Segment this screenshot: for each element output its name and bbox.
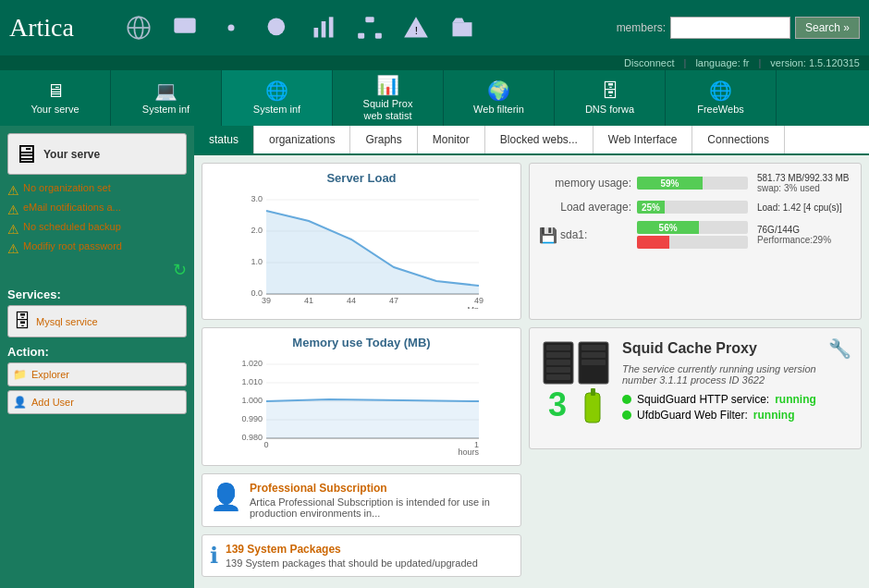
web-filter-nav-label: Web filterin <box>473 104 524 116</box>
squid-header: 3 Squid Cache Proxy 🔧 <box>539 337 851 439</box>
refresh-button[interactable]: ↻ <box>7 260 187 280</box>
logo: Artica <box>9 13 102 43</box>
tab-connections[interactable]: Connections <box>692 126 785 153</box>
alert-icon[interactable]: ! <box>398 9 434 46</box>
server-box-label: Your serve <box>43 148 100 161</box>
tab-organizations[interactable]: organizations <box>254 126 350 153</box>
disconnect-link[interactable]: Disconnect <box>624 57 674 68</box>
network-icon[interactable] <box>351 9 388 46</box>
email-link[interactable]: eMail notifications a... <box>23 202 121 213</box>
freewebs-nav-icon: 🌐 <box>709 80 732 102</box>
bottom-left: Memory use Today (MB) 1.020 1.010 1.000 … <box>202 327 521 577</box>
mysql-link[interactable]: Mysql service <box>36 316 98 327</box>
squid-panel: 3 Squid Cache Proxy 🔧 <box>529 327 862 449</box>
svg-text:0.980: 0.980 <box>241 433 263 442</box>
svg-text:!: ! <box>415 24 418 36</box>
alert-icon-3: ⚠ <box>7 222 19 237</box>
tab-monitor[interactable]: Monitor <box>418 126 485 153</box>
version-link[interactable]: version: 1.5.120315 <box>770 57 860 68</box>
system-nav-icon: 💻 <box>154 80 177 102</box>
svg-text:1.010: 1.010 <box>241 377 263 386</box>
svg-rect-10 <box>314 28 319 38</box>
load-row: Load average: 25% Load: 1.42 [4 cpu(s)] <box>539 201 851 214</box>
squidguard-label: SquidGuard HTTP service: <box>637 393 769 406</box>
disk-icon: 💾 <box>539 227 557 244</box>
tab-graphs[interactable]: Graphs <box>350 126 417 153</box>
system-nav-label: System inf <box>142 104 190 116</box>
no-org-link[interactable]: No organization set <box>23 182 111 193</box>
ufdbguard-status: running <box>753 409 795 422</box>
squid-title: Squid Cache Proxy <box>622 340 757 357</box>
alert-icon-2: ⚠ <box>7 202 19 217</box>
search-input[interactable] <box>670 17 790 39</box>
packages-title[interactable]: 139 System Packages <box>226 543 341 556</box>
memory-detail: 581.73 MB/992.33 MB swap: 3% used <box>757 173 850 193</box>
services-title: Services: <box>7 288 187 301</box>
subtopbar: Disconnect | language: fr | version: 1.5… <box>0 55 869 70</box>
folder-icon[interactable] <box>444 9 481 46</box>
professional-text: Artica Professional Subscription is inte… <box>250 496 513 519</box>
root-link[interactable]: Modifiy root password <box>23 240 122 251</box>
svg-marker-49 <box>266 399 479 438</box>
tabs-row: status organizations Graphs Monitor Bloc… <box>194 126 869 155</box>
globe-icon[interactable] <box>120 9 157 46</box>
svg-rect-57 <box>546 367 570 373</box>
professional-title[interactable]: Professional Subscription <box>250 482 387 495</box>
mysql-service-box[interactable]: 🗄 Mysql service <box>7 305 187 337</box>
svg-text:44: 44 <box>347 296 356 305</box>
ufdbguard-label: UfdbGuard Web Filter: <box>637 409 748 422</box>
squid-nav-label: Squid Proxweb statist <box>363 98 413 122</box>
professional-content: Professional Subscription Artica Profess… <box>250 482 513 519</box>
packages-content: 139 System Packages 139 System packages … <box>226 543 478 569</box>
nav-freewebs[interactable]: 🌐 FreeWebs <box>666 70 777 126</box>
chart-icon[interactable] <box>305 9 342 46</box>
nav-dns[interactable]: 🗄 DNS forwa <box>555 70 666 126</box>
nav-system-info[interactable]: 💻 System inf <box>111 70 222 126</box>
disk-perf: Performance:29% <box>757 235 831 245</box>
swap-detail: swap: 3% used <box>757 183 850 193</box>
squid-image: 3 <box>539 337 613 439</box>
tab-web-interface[interactable]: Web Interface <box>594 126 692 153</box>
explorer-box[interactable]: 📁 Explorer <box>7 362 187 386</box>
svg-text:1.000: 1.000 <box>241 396 263 405</box>
svg-line-18 <box>370 28 378 33</box>
explorer-icon: 📁 <box>13 368 27 381</box>
packages-card: ℹ 139 System Packages 139 System package… <box>202 534 521 577</box>
svg-point-7 <box>268 18 286 36</box>
nav-squid[interactable]: 📊 Squid Proxweb statist <box>333 70 444 126</box>
sidebar: 🖥 Your serve ⚠ No organization set ⚠ eMa… <box>0 126 194 588</box>
nav-your-server[interactable]: 🖥 Your serve <box>0 70 111 126</box>
disk-label: sda1: <box>560 228 587 241</box>
svg-point-6 <box>228 25 235 31</box>
add-user-box[interactable]: 👤 Add User <box>7 390 187 414</box>
svg-rect-54 <box>546 345 570 350</box>
dns-nav-label: DNS forwa <box>585 104 634 116</box>
add-user-link[interactable]: Add User <box>31 397 74 408</box>
tab-blocked-webs[interactable]: Blocked webs... <box>485 126 594 153</box>
search-button[interactable]: Search » <box>795 17 860 39</box>
nav-web-filter[interactable]: 🌍 Web filterin <box>444 70 555 126</box>
search-globe-icon[interactable] <box>259 9 296 46</box>
top-panels: Server Load 3.0 2.0 1.0 0.0 <box>202 163 862 320</box>
tab-status[interactable]: status <box>194 126 254 153</box>
disk-bar-fill: 56% <box>637 221 699 234</box>
alert-root: ⚠ Modifiy root password <box>7 240 187 256</box>
svg-text:0.990: 0.990 <box>241 414 263 423</box>
sep1: | <box>684 57 687 68</box>
nav-proxy[interactable]: 🌐 System inf <box>222 70 333 126</box>
close-icon[interactable] <box>490 9 527 46</box>
svg-text:hours: hours <box>458 447 479 455</box>
language-link[interactable]: language: fr <box>695 57 749 68</box>
gear-icon[interactable] <box>213 9 250 46</box>
freewebs-nav-label: FreeWebs <box>697 104 744 116</box>
status-metrics-panel: memory usage: 59% 581.73 MB/992.33 MB sw… <box>529 163 862 320</box>
svg-text:49: 49 <box>474 296 483 305</box>
wrench-icon[interactable]: 🔧 <box>828 337 851 360</box>
squid-desc: The service currently running using vers… <box>622 363 851 386</box>
squid-servers-img: 3 <box>539 337 613 430</box>
backup-link[interactable]: No scheduled backup <box>23 221 121 232</box>
monitor-icon[interactable] <box>166 9 203 46</box>
ufdbguard-status-dot <box>622 410 631 420</box>
load-detail: Load: 1.42 [4 cpu(s)] <box>757 202 842 213</box>
explorer-link[interactable]: Explorer <box>31 369 69 380</box>
